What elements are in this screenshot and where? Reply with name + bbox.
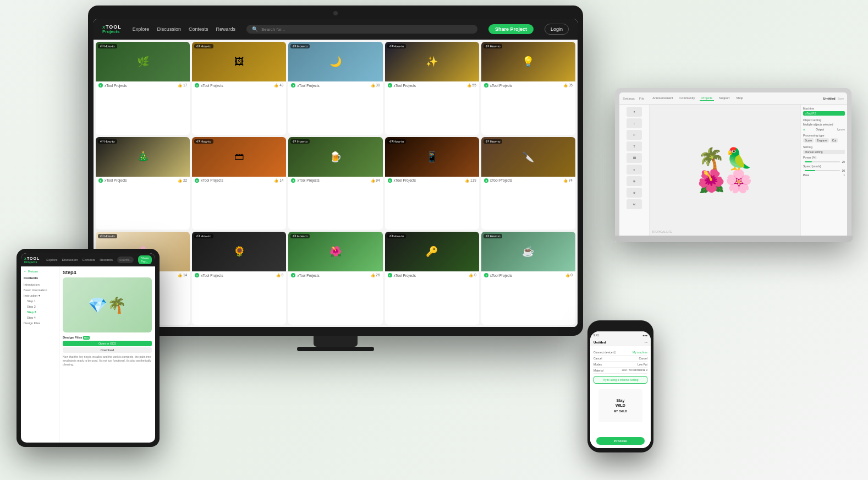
sidebar-item-step1[interactable]: Step 1 bbox=[24, 298, 56, 304]
processing-label: Processing type bbox=[803, 134, 845, 137]
tab-projects[interactable]: Projects bbox=[700, 96, 714, 101]
card-author: x xTool Projects bbox=[484, 83, 512, 88]
like-count: 👍 35 bbox=[563, 83, 573, 88]
tool-ai[interactable]: AI bbox=[627, 199, 642, 209]
nav-explore[interactable]: Explore bbox=[133, 26, 150, 32]
author-name: xTool Projects bbox=[105, 178, 127, 182]
tool-move[interactable]: ↕ bbox=[627, 118, 642, 128]
open-in-xcs-button[interactable]: Open in XCS bbox=[63, 341, 152, 346]
tab-support[interactable]: Support bbox=[717, 96, 731, 101]
tool-arrange[interactable]: ≡ bbox=[627, 165, 642, 174]
speed-label: Speed (mm/s) bbox=[803, 165, 845, 168]
card-badge: 🏷 How-to bbox=[484, 44, 503, 48]
like-count: 👍 0 bbox=[469, 273, 476, 277]
power-slider-fill bbox=[805, 161, 812, 162]
sidebar-return[interactable]: ← Return bbox=[24, 270, 56, 273]
tab-community[interactable]: Community bbox=[678, 96, 696, 101]
engrave-btn[interactable]: Engrave bbox=[815, 138, 829, 143]
step-description: Now that the key ring is installed and t… bbox=[63, 355, 152, 367]
score-btn[interactable]: Score bbox=[803, 138, 814, 143]
nav-contests[interactable]: Contests bbox=[189, 26, 208, 32]
like-count: 👍 55 bbox=[467, 83, 476, 88]
project-card[interactable]: 🔑 🏷 How-to x xTool Projects 👍 0 bbox=[385, 232, 479, 325]
card-footer: x xTool Projects 👍 0 bbox=[385, 271, 479, 279]
sidebar-item-step3[interactable]: Step 3 bbox=[24, 309, 56, 315]
search-bar[interactable]: 🔍 Search for... bbox=[246, 25, 477, 34]
phone-connect-row: Connect device ⓘ My machine bbox=[594, 350, 647, 356]
sidebar-item-step2[interactable]: Step 2 bbox=[24, 304, 56, 309]
project-card[interactable]: 🌺 🏷 How-to x xTool Projects 👍 26 bbox=[288, 232, 382, 325]
tablet-navbar: xTOOL Projects Explore Discussion Contes… bbox=[21, 253, 155, 266]
tablet-nav-discussion[interactable]: Discussion bbox=[62, 258, 78, 261]
project-card[interactable]: 🎄 🏷 How-to x xTool Projects 👍 22 bbox=[96, 137, 190, 230]
app-tabs: Announcement Community Projects Support … bbox=[651, 96, 821, 101]
tablet-nav-rewards[interactable]: Rewards bbox=[100, 258, 113, 261]
power-slider-track[interactable] bbox=[805, 161, 840, 162]
author-avatar: x bbox=[98, 178, 103, 183]
cut-btn[interactable]: Cut bbox=[831, 138, 838, 143]
author-avatar: x bbox=[388, 83, 392, 88]
tablet-main: Step4 💎🌴 Design Files New Open in XCS Do… bbox=[59, 266, 155, 443]
project-card[interactable]: 🍺 🏷 How-to x xTool Projects 👍 94 bbox=[288, 137, 382, 230]
card-footer: x xTool Projects 👍 14 bbox=[192, 177, 286, 184]
project-card[interactable]: 🖼 🏷 How-to x xTool Projects 👍 43 bbox=[192, 42, 286, 135]
tab-shop[interactable]: Shop bbox=[734, 96, 745, 101]
sidebar-item-instruction[interactable]: Instruction ▾ bbox=[24, 293, 56, 298]
project-card[interactable]: 🗃 🏷 How-to x xTool Projects 👍 14 bbox=[192, 137, 286, 230]
material-label: Material bbox=[594, 369, 603, 372]
tablet-share-button[interactable]: Share Pro... bbox=[138, 255, 152, 264]
monitor-stand bbox=[314, 336, 358, 347]
download-button[interactable]: Download bbox=[63, 347, 152, 353]
sidebar-item-design-files[interactable]: Design Files bbox=[24, 320, 56, 326]
tablet-nav-explore[interactable]: Explore bbox=[46, 258, 57, 261]
design-files-section: Design Files New Open in XCS Download bbox=[63, 336, 152, 353]
tool-select[interactable]: ✦ bbox=[627, 107, 642, 117]
project-card[interactable]: 🌻 🏷 How-to x xTool Projects 👍 8 bbox=[192, 232, 286, 325]
power-slider-row: 20 bbox=[803, 160, 845, 163]
share-project-button[interactable]: Share Project bbox=[488, 24, 534, 34]
project-card[interactable]: 💡 🏷 How-to x xTool Projects 👍 35 bbox=[481, 42, 575, 135]
author-name: xTool Projects bbox=[201, 178, 223, 182]
project-card[interactable]: 🔪 🏷 How-to x xTool Projects 👍 74 bbox=[481, 137, 575, 230]
tool-text[interactable]: T bbox=[627, 141, 642, 151]
phone-dots: ••• bbox=[645, 341, 647, 344]
sidebar-item-basic[interactable]: Basic Information bbox=[24, 287, 56, 293]
project-card[interactable]: ☕ 🏷 How-to x xTool Projects 👍 0 bbox=[481, 232, 575, 325]
tab-announcement[interactable]: Announcement bbox=[651, 96, 674, 101]
author-avatar: x bbox=[388, 273, 392, 277]
project-card[interactable]: 📱 🏷 How-to x xTool Projects 👍 119 bbox=[385, 137, 479, 230]
step-image: 💎🌴 bbox=[63, 277, 152, 332]
sidebar-item-introduction[interactable]: Introduction bbox=[24, 282, 56, 287]
project-card[interactable]: ✨ 🏷 How-to x xTool Projects 👍 55 bbox=[385, 42, 479, 135]
tool-combine[interactable]: ⊕ bbox=[627, 188, 642, 198]
sidebar-contents-label: Contents bbox=[24, 276, 56, 280]
phone-process-button[interactable]: Process bbox=[596, 437, 645, 445]
tool-align[interactable]: ⊞ bbox=[627, 176, 642, 186]
project-card[interactable]: 🌿 🏷 How-to x xTool Projects 👍 17 bbox=[96, 42, 190, 135]
card-footer: x xTool Projects 👍 35 bbox=[481, 81, 575, 89]
card-author: x xTool Projects bbox=[98, 178, 127, 183]
machine-badge: xTool P2 bbox=[803, 111, 845, 116]
nav-discussion[interactable]: Discussion bbox=[157, 26, 181, 32]
tool-shapes[interactable]: □ bbox=[627, 130, 642, 140]
tool-image[interactable]: 🖼 bbox=[627, 153, 642, 163]
monitor-base bbox=[297, 347, 374, 351]
tablet-search-input[interactable]: Search... bbox=[117, 257, 134, 263]
card-author: x xTool Projects bbox=[291, 273, 319, 277]
settings-label: Setting bbox=[803, 145, 845, 149]
output-row: ● Output Ignore bbox=[803, 128, 845, 131]
login-button[interactable]: Login bbox=[545, 24, 569, 35]
card-badge: 🏷 How-to bbox=[290, 44, 310, 48]
like-count: 👍 94 bbox=[371, 178, 380, 183]
project-card[interactable]: 🌙 🏷 How-to x xTool Projects 👍 30 bbox=[288, 42, 382, 135]
sidebar-item-step4[interactable]: Step 4 bbox=[24, 315, 56, 320]
tablet-nav-contests[interactable]: Contests bbox=[83, 258, 96, 261]
card-badge: 🏷 How-to bbox=[290, 139, 310, 144]
laptop-base bbox=[614, 236, 853, 242]
card-author: x xTool Projects bbox=[195, 83, 223, 88]
card-footer: x xTool Projects 👍 119 bbox=[385, 177, 479, 184]
speed-slider-track[interactable] bbox=[805, 170, 840, 171]
nav-rewards[interactable]: Rewards bbox=[216, 26, 235, 32]
like-count: 👍 22 bbox=[178, 178, 187, 183]
manual-setting[interactable]: Manual setting bbox=[803, 150, 845, 154]
